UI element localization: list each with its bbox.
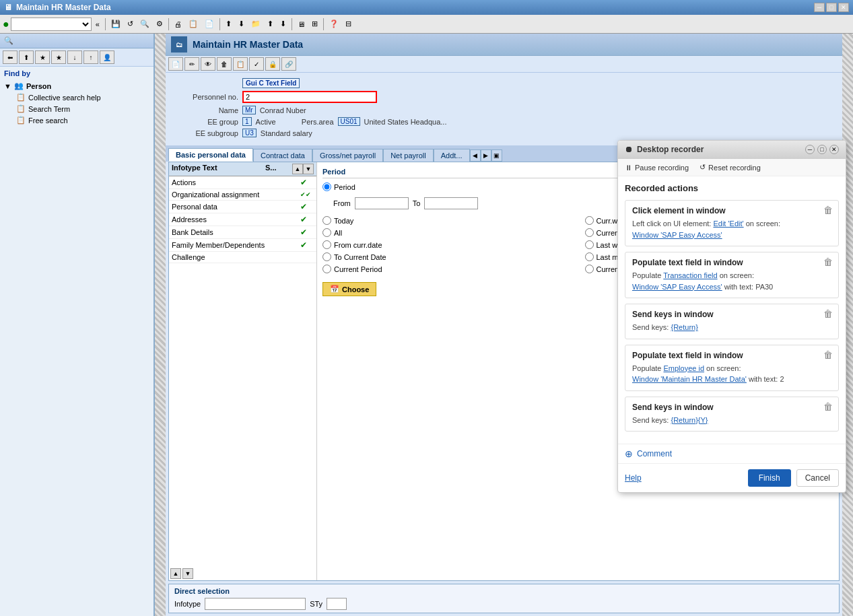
tab-nav-more[interactable]: ▣ (491, 149, 502, 162)
help-button[interactable]: ❓ (327, 17, 341, 32)
sub-btn-del[interactable]: 🗑 (217, 57, 232, 71)
move-down-button[interactable]: ⬇ (277, 17, 289, 32)
personnel-no-input[interactable] (242, 91, 377, 103)
recorder-close-btn[interactable]: ✕ (829, 145, 839, 154)
tab-contract-data[interactable]: Contract data (253, 149, 312, 162)
period-to-input[interactable] (424, 197, 478, 209)
cancel-button[interactable]: Cancel (796, 469, 839, 487)
sidebar-btn-7[interactable]: 👤 (100, 50, 114, 64)
radio-to-current-date[interactable] (322, 252, 331, 261)
table-scroll-down[interactable]: ▼ (303, 164, 314, 174)
sidebar-item-collective-search[interactable]: 📋 Collective search help (0, 92, 153, 103)
sub-btn-copy[interactable]: 📋 (233, 57, 248, 71)
action-3-delete-btn[interactable]: 🗑 (823, 308, 833, 319)
tab-nav-left[interactable]: ◀ (470, 149, 481, 162)
action-5-delete-btn[interactable]: 🗑 (823, 401, 833, 412)
radio-current-month[interactable] (585, 228, 594, 237)
table-row-addresses[interactable]: Addresses ✔ (169, 213, 316, 226)
radio-last-week[interactable] (585, 240, 594, 249)
grid-button[interactable]: ⊞ (309, 17, 320, 32)
sidebar-btn-6[interactable]: ↑ (83, 50, 98, 64)
sidebar-btn-5[interactable]: ↓ (67, 50, 82, 64)
tab-addt[interactable]: Addt... (434, 149, 470, 162)
sidebar-btn-4[interactable]: ★ (51, 50, 66, 64)
command-combo[interactable] (11, 18, 92, 31)
recorder-maximize-btn[interactable]: □ (817, 145, 827, 154)
radio-from-curr-date[interactable] (322, 240, 331, 249)
minimize-button[interactable]: ─ (814, 3, 825, 12)
table-row-org[interactable]: Organizational assignment ✔✔ (169, 189, 316, 201)
sidebar-btn-1[interactable]: ⬅ (3, 50, 18, 64)
copy-button[interactable]: 📋 (186, 17, 201, 32)
close-button[interactable]: ✕ (838, 3, 849, 12)
comment-button[interactable]: ⊕ Comment (618, 444, 846, 463)
reset-recording-button[interactable]: ↺ Reset recording (700, 163, 761, 172)
radio-current-year[interactable] (585, 265, 594, 273)
action-1-link1[interactable]: Edit 'Edit' (713, 219, 743, 228)
period-from-input[interactable] (355, 197, 409, 209)
finish-button[interactable]: Finish (748, 469, 791, 487)
paste-button[interactable]: 📄 (202, 17, 217, 32)
tab-gross-net-payroll[interactable]: Gross/net payroll (312, 149, 383, 162)
action-4-link1[interactable]: Employee id (663, 364, 704, 372)
refresh-button[interactable]: ↺ (125, 17, 136, 32)
tab-nav-right[interactable]: ▶ (481, 149, 491, 162)
folder-button[interactable]: 📁 (248, 17, 263, 32)
action-5-link1[interactable]: {Return}{Y} (671, 416, 708, 424)
action-3-link1[interactable]: {Return} (671, 323, 697, 331)
infotype-scroll-down2[interactable]: ▼ (182, 568, 193, 579)
sub-btn-check[interactable]: ✓ (249, 57, 264, 71)
action-2-link2[interactable]: Window 'SAP Easy Access' (632, 283, 722, 291)
choose-button[interactable]: 📅 Choose (322, 282, 376, 296)
tab-net-payroll[interactable]: Net payroll (383, 149, 434, 162)
action-1-link2[interactable]: Window 'SAP Easy Access' (632, 231, 722, 239)
radio-today[interactable] (322, 216, 331, 225)
sidebar-toolbar: ⬅ ⬆ ★ ★ ↓ ↑ 👤 (0, 48, 153, 67)
sub-btn-edit[interactable]: ✏ (184, 57, 199, 71)
table-row-challenge[interactable]: Challenge (169, 252, 316, 263)
radio-curr-week[interactable] (585, 216, 594, 225)
pause-recording-button[interactable]: ⏸ Pause recording (625, 163, 689, 172)
action-2-delete-btn[interactable]: 🗑 (823, 256, 833, 267)
sidebar-btn-2[interactable]: ⬆ (19, 50, 34, 64)
sub-btn-new[interactable]: 📄 (168, 57, 183, 71)
download-button[interactable]: ⬇ (236, 17, 247, 32)
sidebar-item-search-term[interactable]: 📋 Search Term (0, 103, 153, 114)
radio-last-month[interactable] (585, 252, 594, 261)
search-button[interactable]: 🔍 (137, 17, 152, 32)
sidebar-item-free-search[interactable]: 📋 Free search (0, 114, 153, 126)
sub-btn-lock[interactable]: 🔒 (265, 57, 280, 71)
save-button[interactable]: 💾 (108, 17, 123, 32)
nav-back-button[interactable]: « (93, 17, 102, 32)
sub-btn-view[interactable]: 👁 (201, 57, 215, 71)
table-row-personal[interactable]: Personal data ✔ (169, 201, 316, 213)
table-row-actions[interactable]: Actions ✔ (169, 176, 316, 189)
settings-button[interactable]: ⚙ (153, 17, 166, 32)
print-button[interactable]: 🖨 (172, 17, 184, 32)
infotype-input[interactable] (205, 598, 306, 610)
recorder-minimize-btn[interactable]: ─ (805, 145, 815, 154)
help-link[interactable]: Help (625, 473, 642, 483)
table-row-family[interactable]: Family Member/Dependents ✔ (169, 239, 316, 252)
action-1-delete-btn[interactable]: 🗑 (823, 205, 833, 215)
infotype-scroll-up2[interactable]: ▲ (170, 568, 181, 579)
from-curr-date-label: From curr.date (334, 241, 382, 249)
maximize-button[interactable]: □ (826, 3, 837, 12)
upload-button[interactable]: ⬆ (223, 17, 234, 32)
sidebar-btn-3[interactable]: ★ (35, 50, 50, 64)
table-row-bank[interactable]: Bank Details ✔ (169, 226, 316, 239)
sidebar-item-person[interactable]: ▼ 👥 Person (0, 80, 153, 92)
radio-current-period[interactable] (322, 265, 331, 273)
radio-all[interactable] (322, 228, 331, 237)
config-button[interactable]: ⊟ (343, 17, 354, 32)
screen-button[interactable]: 🖥 (295, 17, 308, 32)
action-4-link2[interactable]: Window 'Maintain HR Master Data' (632, 375, 747, 383)
move-up-button[interactable]: ⬆ (265, 17, 276, 32)
sty-input[interactable] (327, 598, 347, 610)
sub-btn-ref[interactable]: 🔗 (281, 57, 296, 71)
action-2-link1[interactable]: Transaction field (663, 271, 717, 279)
tab-basic-personal-data[interactable]: Basic personal data (168, 148, 253, 162)
table-scroll-up[interactable]: ▲ (292, 164, 303, 174)
radio-period[interactable] (322, 182, 331, 191)
action-4-delete-btn[interactable]: 🗑 (823, 349, 833, 360)
